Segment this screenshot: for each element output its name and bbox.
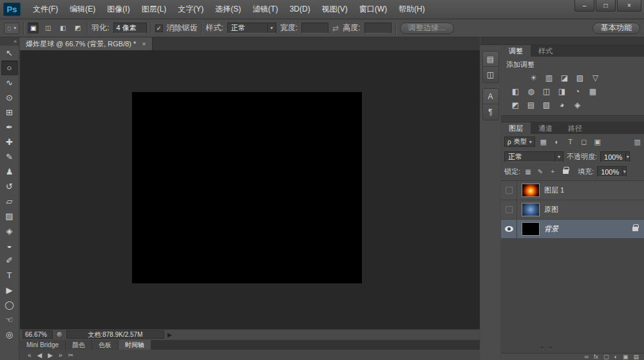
lasso-tool[interactable]: ∿ (1, 75, 18, 90)
selective-color-icon[interactable]: ◈ (572, 100, 583, 110)
paragraph-panel-icon[interactable]: ¶ (483, 104, 498, 120)
layer-thumbnail[interactable] (522, 184, 540, 197)
quick-selection-tool[interactable]: ⊙ (1, 90, 18, 105)
vibrance-icon[interactable]: ▽ (590, 73, 601, 83)
maximize-button[interactable]: □ (596, 0, 616, 12)
document-tab[interactable]: 爆炸星球 @ 66.7% (背景, RGB/8) * × (20, 37, 153, 50)
brightness-contrast-icon[interactable]: ☀ (528, 73, 539, 83)
new-layer-icon[interactable]: ▤ (633, 354, 639, 360)
link-layers-icon[interactable]: ∞ (585, 354, 589, 360)
filter-smart-objects-icon[interactable]: ▣ (592, 138, 603, 146)
color-lookup-icon[interactable]: ▦ (587, 87, 598, 97)
panel-resize-grip[interactable] (541, 346, 552, 349)
filter-adjustment-layers-icon[interactable]: ◐ (552, 138, 562, 146)
threshold-icon[interactable]: ▧ (541, 100, 552, 110)
layer-filter-dropdown[interactable]: ρ 类型 ▾ (504, 137, 535, 147)
previous-frame-icon[interactable]: ◀ (37, 352, 43, 359)
gradient-tool[interactable]: ▨ (1, 209, 18, 223)
filter-pixel-layers-icon[interactable]: ▦ (538, 138, 549, 146)
layer-row-original[interactable]: 原图 (501, 200, 644, 220)
menu-image[interactable]: 图像(I) (101, 0, 135, 19)
posterize-icon[interactable]: ▤ (526, 100, 536, 110)
split-clip-icon[interactable]: ✂ (68, 352, 73, 359)
clone-stamp-tool[interactable]: ♟ (1, 164, 18, 179)
zoom-tool[interactable]: ◎ (1, 327, 18, 342)
layer-mask-icon[interactable]: ▢ (603, 354, 609, 360)
tab-paths[interactable]: 路径 (560, 122, 590, 134)
color-balance-icon[interactable]: ◍ (526, 87, 536, 97)
width-input[interactable] (301, 23, 328, 33)
status-options-arrow-icon[interactable]: ▶ (167, 332, 172, 338)
play-icon[interactable]: ▶ (48, 352, 53, 359)
menu-file[interactable]: 文件(F) (27, 0, 64, 19)
subtract-selection-button[interactable]: ◧ (57, 23, 68, 33)
refine-edge-button[interactable]: 调整边缘... (400, 23, 454, 34)
tab-channels[interactable]: 通道 (531, 122, 560, 134)
tab-timeline[interactable]: 时间轴 (118, 340, 151, 350)
menu-layer[interactable]: 图层(L) (136, 0, 173, 19)
lock-all-icon[interactable] (563, 169, 569, 174)
height-input[interactable] (365, 23, 392, 33)
new-selection-button[interactable]: ▣ (28, 23, 39, 33)
levels-icon[interactable]: ▥ (544, 73, 554, 83)
channel-mixer-icon[interactable]: ◔ (572, 87, 583, 97)
character-panel-icon[interactable]: A (483, 89, 498, 104)
move-tool[interactable]: ↖ (1, 46, 18, 61)
zoom-level-field[interactable]: 66.67% (23, 330, 53, 339)
menu-3d[interactable]: 3D(D) (284, 0, 316, 19)
blur-tool[interactable]: ◈ (1, 223, 18, 238)
tab-styles[interactable]: 样式 (531, 45, 560, 57)
tab-adjustments[interactable]: 调整 (501, 45, 531, 57)
layer-style-icon[interactable]: fx (594, 354, 598, 360)
feather-input[interactable]: 4 像素 (113, 23, 147, 33)
workspace-switcher-button[interactable]: 基本功能 (592, 23, 640, 34)
black-white-icon[interactable]: ◫ (541, 87, 552, 97)
lock-transparency-icon[interactable]: ▦ (524, 168, 533, 175)
next-frame-icon[interactable]: » (59, 352, 62, 359)
first-frame-icon[interactable]: « (28, 352, 32, 359)
minimize-button[interactable]: – (574, 0, 594, 12)
visibility-toggle[interactable] (501, 181, 517, 200)
canvas-area[interactable] (20, 50, 480, 329)
new-group-icon[interactable]: ▣ (623, 354, 629, 360)
collapse-panel-icon[interactable]: » (0, 37, 19, 46)
shape-tool[interactable]: ◯ (1, 298, 18, 312)
layer-row-background[interactable]: 背景 (501, 220, 644, 239)
menu-select[interactable]: 选择(S) (209, 0, 247, 19)
lock-pixels-icon[interactable]: ✎ (536, 168, 545, 175)
filter-toggle-icon[interactable]: ▥ (634, 138, 641, 146)
menu-window[interactable]: 窗口(W) (354, 0, 393, 19)
layer-thumbnail[interactable] (522, 203, 540, 216)
brush-tool[interactable]: ✎ (1, 149, 18, 164)
close-tab-icon[interactable]: × (142, 40, 146, 48)
menu-view[interactable]: 视图(V) (316, 0, 354, 19)
lock-position-icon[interactable]: + (548, 168, 557, 175)
healing-brush-tool[interactable]: ✚ (1, 135, 18, 149)
tab-layers[interactable]: 图层 (501, 122, 531, 134)
photo-filter-icon[interactable]: ◨ (556, 87, 567, 97)
crop-tool[interactable]: ⊞ (1, 105, 18, 120)
properties-panel-icon[interactable]: ◫ (483, 67, 498, 82)
visibility-toggle[interactable] (501, 200, 517, 219)
menu-filter[interactable]: 滤镜(T) (247, 0, 283, 19)
swap-dimensions-icon[interactable]: ⇄ (332, 24, 339, 33)
blend-mode-dropdown[interactable]: 正常 ▾ (504, 151, 564, 162)
visibility-toggle[interactable] (501, 220, 517, 238)
type-tool[interactable]: T (1, 268, 18, 283)
eraser-tool[interactable]: ▱ (1, 194, 18, 209)
hue-saturation-icon[interactable]: ◧ (510, 87, 521, 97)
new-adjustment-layer-icon[interactable]: ◐ (614, 354, 618, 360)
layer-thumbnail[interactable] (522, 222, 540, 236)
intersect-selection-button[interactable]: ◩ (72, 23, 83, 33)
close-button[interactable]: × (617, 0, 641, 12)
curves-icon[interactable]: ◪ (559, 73, 570, 83)
fill-dropdown[interactable]: 100% ▾ (597, 166, 627, 177)
exposure-icon[interactable]: ▨ (574, 73, 585, 83)
tab-swatches[interactable]: 色板 (92, 340, 118, 350)
history-brush-tool[interactable]: ↺ (1, 179, 18, 194)
style-dropdown[interactable]: 正常 ▾ (227, 23, 276, 33)
menu-type[interactable]: 文字(Y) (172, 0, 209, 19)
filter-shape-layers-icon[interactable]: ◻ (579, 138, 589, 146)
hand-tool[interactable]: ☜ (1, 312, 18, 327)
gradient-map-icon[interactable]: ◕ (556, 100, 567, 110)
